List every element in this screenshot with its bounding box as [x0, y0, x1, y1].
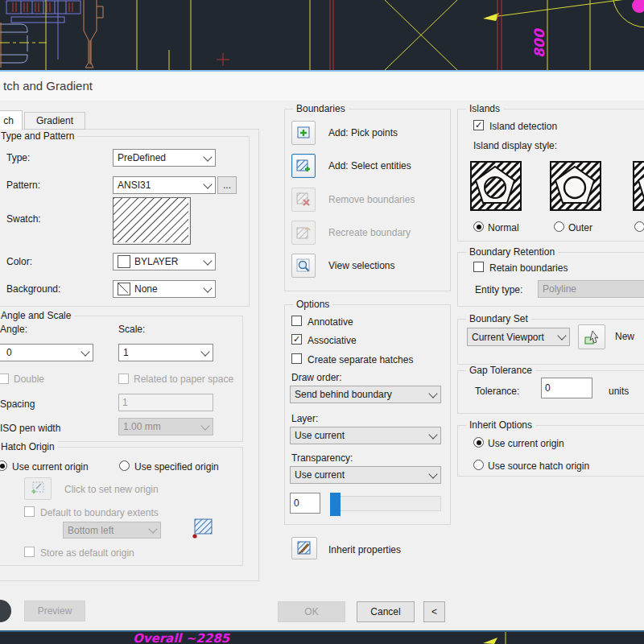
- inherit-properties-label: Inherit properties: [328, 544, 401, 555]
- inherit-properties-icon: [295, 540, 313, 556]
- cad-viewport-top: 800: [0, 0, 644, 70]
- tab-hatch[interactable]: ch: [0, 110, 23, 130]
- island-style-outer-image[interactable]: [550, 161, 601, 211]
- group-label: Hatch Origin: [0, 441, 58, 452]
- pattern-label: Pattern:: [6, 180, 40, 191]
- island-style-ignore-radio[interactable]: [634, 221, 644, 232]
- group-label: Options: [293, 299, 332, 310]
- island-style-normal-image[interactable]: [470, 161, 522, 211]
- transparency-label: Transparency:: [291, 452, 353, 464]
- create-separate-hatches-checkbox[interactable]: [291, 353, 302, 364]
- inherit-properties-button[interactable]: [291, 537, 317, 559]
- dialog-title: tch and Gradient: [3, 79, 93, 93]
- store-default-origin-checkbox[interactable]: [24, 547, 35, 557]
- preview-button[interactable]: Preview: [24, 601, 85, 621]
- inherit-use-source-origin-radio[interactable]: [473, 460, 484, 470]
- boundary-set-value: Current Viewport: [472, 332, 559, 343]
- chevron-down-icon: [203, 283, 212, 292]
- entity-type-value: Polyline: [543, 283, 644, 295]
- angle-value: 0: [0, 347, 82, 358]
- add-pick-points-button[interactable]: [291, 121, 316, 145]
- associative-checkbox[interactable]: [291, 334, 302, 345]
- boundary-set-dropdown[interactable]: Current Viewport: [467, 328, 570, 346]
- entity-type-dropdown[interactable]: Polyline: [538, 280, 644, 298]
- ansi31-swatch-icon: [114, 198, 188, 242]
- collapse-button[interactable]: <: [423, 601, 445, 622]
- color-dropdown[interactable]: BYLAYER: [113, 253, 216, 270]
- swatch-preview[interactable]: [113, 197, 191, 245]
- add-pick-points-label: Add: Pick points: [328, 127, 398, 138]
- spacing-input[interactable]: [118, 394, 213, 411]
- tolerance-label: Tolerance:: [475, 386, 519, 397]
- help-button[interactable]: [0, 600, 11, 622]
- tab-hatch-label: ch: [3, 115, 14, 126]
- new-boundary-set-label: New: [615, 331, 634, 342]
- tolerance-input[interactable]: [541, 378, 592, 398]
- group-label: Islands: [466, 103, 503, 114]
- cancel-button[interactable]: Cancel: [357, 601, 415, 622]
- chevron-down-icon: [203, 152, 212, 161]
- dialog-titlebar: [0, 72, 644, 101]
- pattern-browse-button[interactable]: ...: [217, 176, 237, 194]
- hatch-and-gradient-dialog: tch and Gradient ch Gradient Type and Pa…: [0, 70, 644, 632]
- double-checkbox[interactable]: [0, 374, 9, 384]
- group-label: Boundary Retention: [466, 246, 558, 258]
- color-label: Color:: [6, 256, 32, 267]
- type-dropdown[interactable]: PreDefined: [113, 149, 216, 167]
- ok-button[interactable]: OK: [278, 601, 345, 622]
- chevron-down-icon: [203, 180, 212, 188]
- retain-boundaries-checkbox[interactable]: [473, 262, 484, 272]
- transparency-slider-handle[interactable]: [330, 493, 341, 516]
- scale-dropdown[interactable]: 1: [118, 344, 213, 361]
- view-selections-button[interactable]: [291, 254, 316, 278]
- group-label: Angle and Scale: [0, 310, 74, 321]
- origin-corner-dropdown[interactable]: Bottom left: [63, 522, 161, 539]
- draw-order-label: Draw order:: [291, 372, 342, 383]
- iso-pen-width-dropdown[interactable]: 1.00 mm: [118, 418, 213, 436]
- inherit-use-current-origin-radio[interactable]: [473, 437, 484, 448]
- island-style-ignore-image[interactable]: [633, 161, 644, 211]
- angle-dropdown[interactable]: 0: [0, 344, 93, 361]
- origin-preview-icon: [192, 518, 214, 540]
- transparency-slider-track[interactable]: [330, 496, 441, 511]
- island-style-outer-radio[interactable]: [554, 221, 564, 232]
- add-select-entities-label: Add: Select entities: [328, 160, 411, 171]
- remove-boundaries-label: Remove boundaries: [328, 194, 415, 205]
- transparency-dropdown[interactable]: Use current: [290, 466, 441, 484]
- new-boundary-set-button[interactable]: [578, 324, 605, 349]
- annotative-checkbox[interactable]: [291, 316, 302, 326]
- transparency-amount-input[interactable]: [290, 493, 320, 514]
- draw-order-dropdown[interactable]: Send behind boundary: [290, 386, 441, 403]
- inherit-use-current-origin-label: Use current origin: [488, 438, 564, 449]
- layer-dropdown[interactable]: Use current: [290, 427, 441, 444]
- color-value: BYLAYER: [134, 256, 204, 267]
- spacing-label: Spacing: [0, 398, 35, 410]
- default-boundary-extents-checkbox[interactable]: [24, 506, 35, 517]
- pick-points-icon: [295, 125, 312, 141]
- none-color-icon: [118, 283, 130, 295]
- background-dropdown[interactable]: None: [113, 280, 216, 298]
- chevron-down-icon: [200, 347, 209, 356]
- scale-label: Scale:: [118, 324, 145, 335]
- chevron-down-icon: [203, 256, 212, 265]
- pattern-dropdown[interactable]: ANSI31: [113, 176, 216, 194]
- use-specified-origin-radio[interactable]: [119, 460, 130, 471]
- select-entities-icon: [295, 158, 312, 174]
- cad-drawing-bottom: Overall ~2285: [0, 632, 644, 644]
- related-paper-space-checkbox[interactable]: [118, 374, 129, 384]
- island-style-normal-radio[interactable]: [473, 221, 484, 232]
- add-select-entities-button[interactable]: [291, 154, 316, 178]
- entity-type-label: Entity type:: [475, 284, 522, 295]
- set-origin-button[interactable]: [24, 477, 52, 500]
- recreate-boundary-button[interactable]: [291, 221, 316, 245]
- chevron-down-icon: [148, 524, 157, 533]
- ellipsis-icon: ...: [223, 180, 231, 191]
- recreate-boundary-icon: [295, 225, 312, 241]
- group-label: Boundary Set: [466, 313, 531, 324]
- island-detection-checkbox[interactable]: [473, 120, 484, 130]
- type-label: Type:: [6, 152, 30, 163]
- chevron-down-icon: [200, 421, 209, 430]
- pattern-value: ANSI31: [118, 180, 204, 191]
- remove-boundaries-button[interactable]: [291, 188, 316, 212]
- tab-gradient[interactable]: Gradient: [24, 112, 85, 130]
